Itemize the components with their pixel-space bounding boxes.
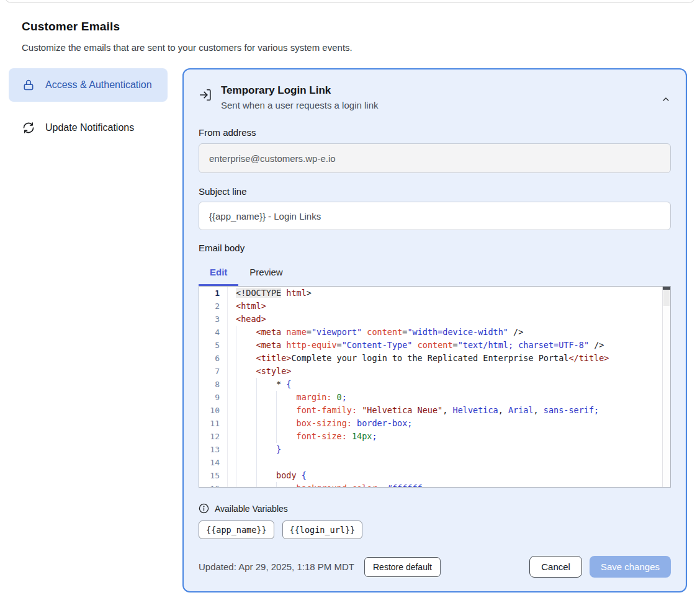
code-line-content: <meta name="viewport" content="width=dev… [228, 326, 670, 339]
collapse-section-button[interactable] [661, 91, 671, 104]
line-number: 15 [199, 469, 228, 482]
code-line[interactable]: 10font-family: "Helvetica Neue", Helveti… [199, 404, 670, 417]
line-number: 12 [199, 430, 228, 443]
code-line-content: } [228, 443, 670, 456]
code-line[interactable]: 9margin: 0; [199, 391, 670, 404]
indent-guide [256, 404, 277, 417]
line-number: 14 [199, 456, 228, 469]
temporary-login-link-panel: Temporary Login Link Sent when a user re… [182, 68, 687, 592]
variable-chip-app-name[interactable]: {{app_name}} [199, 521, 274, 539]
restore-default-button[interactable]: Restore default [364, 557, 441, 577]
code-line[interactable]: 14 [199, 456, 670, 469]
code-line-content: body { [228, 469, 670, 482]
indent-guide [236, 404, 256, 417]
tab-preview[interactable]: Preview [238, 263, 294, 286]
variable-chip-login-url[interactable]: {{login_url}} [282, 521, 363, 539]
editor-scrollbar[interactable] [662, 287, 670, 487]
indent-guide [236, 339, 256, 352]
line-number: 1 [199, 287, 228, 300]
code-line-content: * { [228, 378, 670, 391]
from-address-input[interactable] [199, 143, 671, 173]
updated-timestamp: Updated: Apr 29, 2025, 1:18 PM MDT [199, 561, 354, 572]
subject-line-input[interactable] [199, 202, 671, 230]
footer-action-buttons: Cancel Save changes [529, 556, 671, 578]
indent-guide [236, 430, 256, 443]
cancel-button[interactable]: Cancel [529, 556, 582, 578]
subject-line-label: Subject line [199, 186, 671, 197]
code-line[interactable]: 7<style> [199, 365, 670, 378]
indent-guide [236, 352, 256, 365]
indent-guide [236, 326, 256, 339]
indent-guide [276, 430, 297, 443]
code-line[interactable]: 5<meta http-equiv="Content-Type" content… [199, 339, 670, 352]
chevron-up-icon [661, 94, 671, 104]
code-line[interactable]: 4<meta name="viewport" content="width=de… [199, 326, 670, 339]
code-line-content: background-color: #ffffff; [228, 482, 670, 488]
code-line[interactable]: 12font-size: 14px; [199, 430, 670, 443]
indent-guide [256, 391, 277, 404]
indent-guide [256, 469, 277, 482]
indent-guide [236, 365, 256, 378]
login-icon [199, 88, 212, 102]
page-header: Customer Emails Customize the emails tha… [22, 20, 700, 53]
editor-scrollbar-shade [663, 290, 670, 306]
line-number: 3 [199, 313, 228, 326]
line-number: 9 [199, 391, 228, 404]
panel-title: Temporary Login Link [221, 84, 378, 97]
email-body-label: Email body [199, 243, 671, 253]
indent-guide [256, 430, 277, 443]
page-subtitle: Customize the emails that are sent to yo… [22, 42, 700, 53]
customer-emails-page: Customer Emails Customize the emails tha… [0, 0, 700, 608]
code-line-content: <style> [228, 365, 670, 378]
indent-guide [256, 417, 277, 430]
code-line-content [228, 456, 670, 469]
indent-guide [236, 378, 256, 391]
indent-guide [236, 443, 256, 456]
tab-edit[interactable]: Edit [199, 263, 238, 286]
code-line-content: <meta http-equiv="Content-Type" content=… [228, 339, 670, 352]
line-number: 5 [199, 339, 228, 352]
lock-icon [22, 79, 35, 91]
email-body-tabs: Edit Preview [199, 263, 671, 286]
line-number: 6 [199, 352, 228, 365]
panel-subtitle: Sent when a user requests a login link [221, 100, 378, 110]
panel-footer: Updated: Apr 29, 2025, 1:18 PM MDT Resto… [199, 556, 671, 578]
code-line[interactable]: 2<html> [199, 300, 670, 313]
refresh-icon [22, 122, 35, 134]
code-line-content: <title>Complete your login to the Replic… [228, 352, 670, 365]
save-changes-button[interactable]: Save changes [590, 556, 671, 578]
previous-card-bottom-edge [5, 0, 695, 3]
indent-guide [256, 443, 277, 456]
code-line[interactable]: 13} [199, 443, 670, 456]
code-line-content: <head> [228, 313, 670, 326]
code-line[interactable]: 3<head> [199, 313, 670, 326]
indent-guide [276, 417, 297, 430]
indent-guide [236, 417, 256, 430]
line-number: 8 [199, 378, 228, 391]
code-line[interactable]: 16background-color: #ffffff; [199, 482, 670, 488]
indent-guide [276, 482, 297, 488]
sidebar-item-update-notifications[interactable]: Update Notifications [9, 115, 168, 140]
code-line-content: <html> [228, 300, 670, 313]
indent-guide [276, 404, 297, 417]
email-types-sidebar: Access & Authentication Update Notificat… [9, 68, 168, 140]
code-line-content: box-sizing: border-box; [228, 417, 670, 430]
indent-guide [236, 469, 256, 482]
code-line-content: <!DOCTYPE html> [228, 287, 670, 300]
code-line[interactable]: 1<!DOCTYPE html> [199, 287, 670, 300]
indent-guide [236, 391, 256, 404]
code-line[interactable]: 11box-sizing: border-box; [199, 417, 670, 430]
indent-guide [256, 482, 277, 488]
line-number: 4 [199, 326, 228, 339]
code-line-content: font-family: "Helvetica Neue", Helvetica… [228, 404, 670, 417]
code-line[interactable]: 8* { [199, 378, 670, 391]
email-body-code-editor[interactable]: 1<!DOCTYPE html>2<html>3<head>4<meta nam… [199, 286, 671, 488]
line-number: 16 [199, 482, 228, 488]
code-line[interactable]: 6<title>Complete your login to the Repli… [199, 352, 670, 365]
code-line[interactable]: 15body { [199, 469, 670, 482]
code-line-content: margin: 0; [228, 391, 670, 404]
sidebar-item-access-authentication[interactable]: Access & Authentication [9, 68, 168, 102]
panel-header: Temporary Login Link Sent when a user re… [199, 84, 671, 110]
available-variables-row: Available Variables [199, 503, 671, 514]
variable-chips: {{app_name}} {{login_url}} [199, 521, 671, 539]
